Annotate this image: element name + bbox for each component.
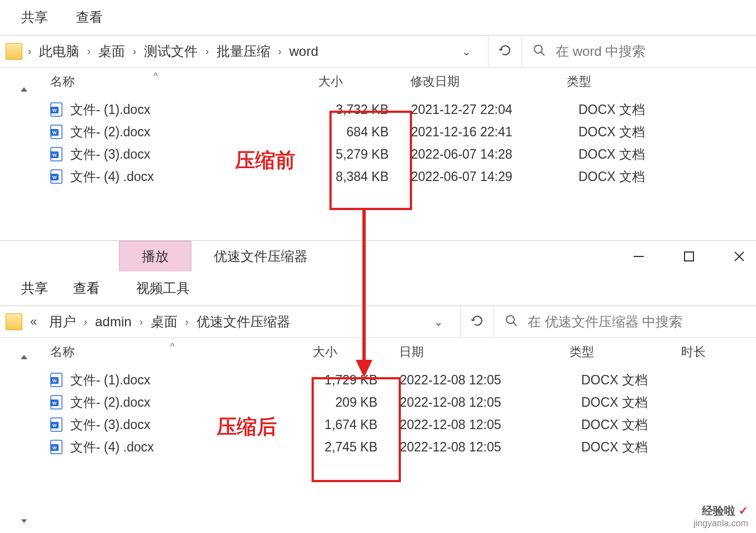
address-bar: « 用户 › admin › 桌面 › 优速文件压缩器 ⌄ 在 优速文件压缩器 … <box>0 306 756 338</box>
chevron-right-icon[interactable]: › <box>28 46 31 58</box>
file-list: 文件- (1).docx 1,729 KB 2022-12-08 12:05 D… <box>0 366 756 458</box>
refresh-button[interactable] <box>488 36 521 67</box>
breadcrumb-item[interactable]: word <box>289 44 318 59</box>
file-type: DOCX 文档 <box>567 101 679 118</box>
tab-video-tools[interactable]: 视频工具 <box>136 279 190 297</box>
chevron-up-icon: ^ <box>154 72 158 82</box>
chevron-right-icon[interactable]: › <box>84 316 87 328</box>
tab-view[interactable]: 查看 <box>76 8 103 26</box>
breadcrumb-item[interactable]: 批量压缩 <box>217 42 270 60</box>
chevron-right-icon[interactable]: › <box>185 316 189 328</box>
chevron-right-icon[interactable]: › <box>205 46 209 58</box>
ribbon-tabs: 共享 查看 <box>0 0 756 35</box>
search-icon <box>533 44 546 59</box>
column-header-date[interactable]: 日期 <box>399 344 570 360</box>
chevron-down-icon[interactable]: ⌄ <box>462 45 471 58</box>
file-size: 1,729 KB <box>313 373 400 388</box>
close-button[interactable] <box>728 250 750 263</box>
breadcrumb[interactable]: › 此电脑 › 桌面 › 测试文件 › 批量压缩 › word ⌄ <box>28 42 488 60</box>
svg-rect-8 <box>685 252 693 261</box>
watermark: 经验啦 ✓ jingyanla.com <box>693 503 748 529</box>
file-size: 3,732 KB <box>319 102 411 117</box>
tab-view[interactable]: 查看 <box>73 279 100 297</box>
search-icon <box>505 315 518 329</box>
explorer-window-before: 共享 查看 › 此电脑 › 桌面 › 测试文件 › 批量压缩 › word ⌄ … <box>0 0 756 240</box>
scroll-up-button[interactable] <box>18 350 30 364</box>
maximize-button[interactable] <box>678 250 700 263</box>
title-bar: 播放 优速文件压缩器 <box>0 241 756 272</box>
docx-icon <box>50 373 63 387</box>
chevron-right-icon[interactable]: › <box>133 46 136 58</box>
breadcrumb-item[interactable]: 桌面 <box>151 313 178 331</box>
file-type: DOCX 文档 <box>567 123 679 141</box>
history-back-icon[interactable]: « <box>30 315 37 329</box>
explorer-window-after: 播放 优速文件压缩器 共享 查看 视频工具 « 用户 › admin › 桌面 … <box>0 240 756 533</box>
column-header-type[interactable]: 类型 <box>570 344 681 360</box>
breadcrumb[interactable]: « 用户 › admin › 桌面 › 优速文件压缩器 ⌄ <box>28 313 460 331</box>
file-name: 文件- (2).docx <box>70 394 313 411</box>
breadcrumb-item[interactable]: admin <box>95 314 131 330</box>
breadcrumb-item[interactable]: 优速文件压缩器 <box>197 313 290 331</box>
breadcrumb-item[interactable]: 测试文件 <box>144 42 198 60</box>
file-type: DOCX 文档 <box>570 394 682 411</box>
docx-icon <box>50 102 63 117</box>
column-header-date[interactable]: 修改日期 <box>410 73 567 90</box>
file-size: 209 KB <box>313 395 400 410</box>
file-date: 2021-12-27 22:04 <box>411 102 567 117</box>
file-name: 文件- (3).docx <box>70 416 313 434</box>
file-type: DOCX 文档 <box>570 416 682 434</box>
search-input[interactable]: 在 优速文件压缩器 中搜索 <box>494 306 756 337</box>
file-row[interactable]: 文件- (3).docx 1,674 KB 2022-12-08 12:05 D… <box>50 413 756 436</box>
file-type: DOCX 文档 <box>567 168 679 185</box>
file-size: 2,745 KB <box>313 440 400 455</box>
column-header-size[interactable]: 大小 <box>313 344 399 360</box>
file-row[interactable]: 文件- (2).docx 684 KB 2021-12-16 22:41 DOC… <box>50 121 756 143</box>
chevron-right-icon[interactable]: › <box>278 46 281 58</box>
file-type: DOCX 文档 <box>570 372 682 389</box>
file-size: 8,384 KB <box>319 169 411 184</box>
refresh-icon <box>499 44 512 59</box>
breadcrumb-item[interactable]: 此电脑 <box>39 42 79 60</box>
column-header-name[interactable]: 名称 ^ <box>50 73 318 90</box>
file-name: 文件- (4) .docx <box>70 439 313 456</box>
file-row[interactable]: 文件- (1).docx 1,729 KB 2022-12-08 12:05 D… <box>50 369 756 391</box>
contextual-tab-play[interactable]: 播放 <box>119 241 192 272</box>
file-date: 2022-12-08 12:05 <box>400 373 570 388</box>
column-header-size[interactable]: 大小 <box>318 73 410 90</box>
refresh-button[interactable] <box>460 306 494 337</box>
file-list: 文件- (1).docx 3,732 KB 2021-12-27 22:04 D… <box>0 96 756 188</box>
file-row[interactable]: 文件- (4) .docx 2,745 KB 2022-12-08 12:05 … <box>50 436 756 458</box>
file-row[interactable]: 文件- (3).docx 5,279 KB 2022-06-07 14:28 D… <box>50 143 756 165</box>
breadcrumb-item[interactable]: 桌面 <box>98 42 125 60</box>
file-row[interactable]: 文件- (1).docx 3,732 KB 2021-12-27 22:04 D… <box>50 98 756 121</box>
search-input[interactable]: 在 word 中搜索 <box>521 36 756 67</box>
search-placeholder: 在 word 中搜索 <box>556 42 645 60</box>
chevron-down-icon[interactable]: ⌄ <box>434 315 443 329</box>
file-size: 5,279 KB <box>319 147 411 162</box>
breadcrumb-item[interactable]: 用户 <box>49 313 76 331</box>
folder-icon[interactable] <box>6 43 22 60</box>
file-row[interactable]: 文件- (4) .docx 8,384 KB 2022-06-07 14:29 … <box>50 165 756 188</box>
folder-icon[interactable] <box>6 313 22 330</box>
column-header-duration[interactable]: 时长 <box>681 344 737 360</box>
tab-share[interactable]: 共享 <box>21 8 48 26</box>
chevron-right-icon[interactable]: › <box>87 46 90 58</box>
chevron-right-icon[interactable]: › <box>140 316 143 328</box>
scroll-up-button[interactable] <box>18 82 30 96</box>
watermark-brand: 经验啦 <box>702 505 735 517</box>
column-header-name[interactable]: 名称 ^ <box>50 344 313 360</box>
column-header-type[interactable]: 类型 <box>567 73 678 90</box>
docx-icon <box>50 147 63 161</box>
file-date: 2022-06-07 14:28 <box>411 147 567 162</box>
minimize-button[interactable] <box>628 250 650 263</box>
scroll-down-button[interactable] <box>18 513 30 527</box>
search-placeholder: 在 优速文件压缩器 中搜索 <box>528 313 682 331</box>
file-name: 文件- (1).docx <box>70 101 319 118</box>
docx-icon <box>50 417 63 432</box>
file-date: 2021-12-16 22:41 <box>411 125 567 140</box>
file-date: 2022-12-08 12:05 <box>400 417 570 432</box>
tab-share[interactable]: 共享 <box>21 279 48 297</box>
file-date: 2022-06-07 14:29 <box>411 169 567 184</box>
file-row[interactable]: 文件- (2).docx 209 KB 2022-12-08 12:05 DOC… <box>50 391 756 413</box>
file-name: 文件- (3).docx <box>70 146 319 163</box>
